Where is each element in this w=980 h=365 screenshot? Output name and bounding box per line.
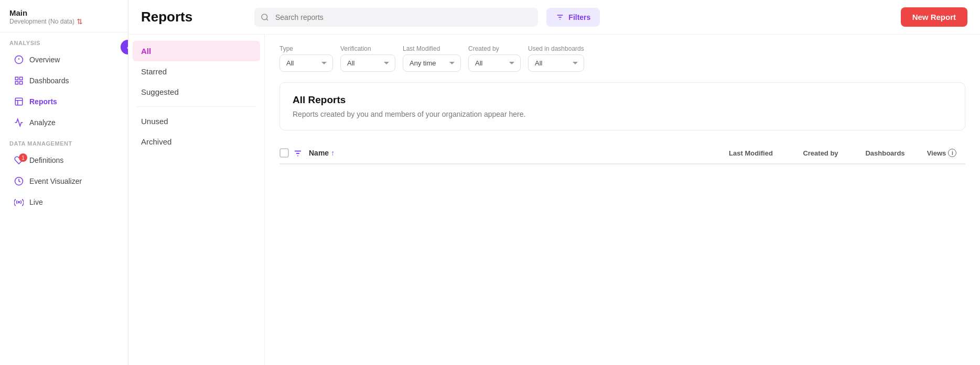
all-reports-description: Reports created by you and members of yo… (293, 110, 952, 118)
col-name-label: Name (309, 149, 329, 157)
search-input[interactable] (254, 8, 538, 27)
dashboards-icon (14, 75, 24, 86)
filter-last-modified: Last Modified Any time Today This week T… (403, 45, 461, 72)
svg-line-13 (266, 19, 268, 20)
sidebar-item-event-visualizer[interactable]: Event Visualizer (4, 171, 124, 191)
topbar: Reports Filters New Report (128, 0, 980, 35)
sidebar-item-dashboards-label: Dashboards (29, 76, 69, 85)
sidebar-item-overview[interactable]: Overview (4, 50, 124, 70)
page-title: Reports (141, 9, 246, 25)
app-subtitle: Development (No data) ⇅ (9, 17, 119, 26)
definitions-badge: 1 (19, 153, 27, 162)
content-area: All Starred Suggested Unused Archived Ty… (128, 35, 980, 365)
sidebar-item-definitions[interactable]: Definitions 1 (4, 150, 124, 170)
chevron-left-icon: ‹ (127, 43, 128, 51)
sidebar-item-definitions-label: Definitions (29, 156, 63, 164)
sidebar-item-overview-label: Overview (29, 56, 60, 64)
sidebar-item-live[interactable]: Live (4, 192, 124, 212)
filter-row: Type All Funnel Retention Trends Verific… (279, 45, 965, 72)
filter-last-modified-label: Last Modified (403, 45, 461, 52)
left-nav-item-suggested[interactable]: Suggested (128, 82, 264, 102)
sidebar-item-reports[interactable]: Reports (4, 92, 124, 112)
svg-point-11 (18, 202, 20, 203)
table-col-views[interactable]: Views i (918, 149, 965, 157)
live-icon (14, 197, 24, 207)
left-nav-divider (137, 106, 256, 107)
sidebar-item-dashboards[interactable]: Dashboards (4, 71, 124, 91)
reports-icon (14, 96, 24, 107)
sidebar-header: Main Development (No data) ⇅ (0, 0, 128, 32)
app-name: Main (9, 8, 119, 17)
sidebar-item-live-label: Live (29, 198, 43, 206)
event-visualizer-icon (14, 176, 24, 186)
svg-rect-4 (20, 77, 23, 80)
filters-label: Filters (568, 13, 590, 21)
analyze-icon (14, 117, 24, 128)
table-col-dashboards[interactable]: Dashboards (856, 149, 914, 157)
report-content: Type All Funnel Retention Trends Verific… (265, 35, 980, 365)
table-select-all-checkbox[interactable] (279, 148, 289, 158)
table-filter-icon[interactable] (293, 148, 303, 158)
table-col-last-modified[interactable]: Last Modified (717, 149, 785, 157)
main-area: Reports Filters New Report All Starred S… (128, 0, 980, 365)
left-nav-item-archived[interactable]: Archived (128, 131, 264, 152)
filter-type-select[interactable]: All Funnel Retention Trends (279, 54, 333, 72)
sidebar-item-analyze[interactable]: Analyze (4, 113, 124, 132)
filter-verification-label: Verification (340, 45, 395, 52)
sidebar-section-data-management: Data Management (0, 133, 128, 150)
left-nav-item-starred[interactable]: Starred (128, 61, 264, 82)
svg-rect-6 (20, 82, 23, 84)
filter-created-by-select[interactable]: All Me Others (468, 54, 521, 72)
sidebar-item-analyze-label: Analyze (29, 118, 56, 127)
svg-point-12 (262, 14, 267, 20)
filter-created-by-label: Created by (468, 45, 521, 52)
filter-last-modified-select[interactable]: Any time Today This week This month (403, 54, 461, 72)
filter-verification-select[interactable]: All Verified Unverified (340, 54, 395, 72)
filter-type-label: Type (279, 45, 333, 52)
search-icon (261, 13, 269, 22)
sidebar-item-reports-label: Reports (29, 97, 57, 106)
left-nav-item-all[interactable]: All (133, 41, 260, 61)
overview-icon (14, 54, 24, 65)
table-header: Name ↑ Last Modified Created by Dashboar… (279, 143, 965, 164)
search-wrapper (254, 8, 538, 27)
sort-icon: ↑ (331, 149, 335, 157)
filters-button[interactable]: Filters (546, 8, 600, 27)
filter-used-in-dashboards-label: Used in dashboards (528, 45, 584, 52)
table-col-name[interactable]: Name ↑ (309, 149, 713, 157)
sidebar-section-analysis: Analysis (0, 32, 128, 49)
table-col-created-by[interactable]: Created by (789, 149, 852, 157)
svg-rect-3 (15, 77, 18, 80)
sidebar: Main Development (No data) ⇅ ‹ Analysis … (0, 0, 128, 365)
chevron-updown-icon[interactable]: ⇅ (77, 17, 83, 26)
svg-rect-5 (15, 82, 18, 84)
views-info-icon: i (948, 149, 956, 157)
all-reports-card: All Reports Reports created by you and m… (279, 82, 965, 130)
new-report-button[interactable]: New Report (901, 7, 967, 27)
filter-used-in-dashboards: Used in dashboards All Yes No (528, 45, 584, 72)
filter-used-in-dashboards-select[interactable]: All Yes No (528, 54, 584, 72)
sidebar-item-event-visualizer-label: Event Visualizer (29, 177, 82, 185)
filter-created-by: Created by All Me Others (468, 45, 521, 72)
views-label: Views (927, 149, 946, 157)
all-reports-title: All Reports (293, 94, 952, 106)
filter-verification: Verification All Verified Unverified (340, 45, 395, 72)
filter-type: Type All Funnel Retention Trends (279, 45, 333, 72)
svg-rect-7 (15, 98, 23, 105)
left-nav: All Starred Suggested Unused Archived (128, 35, 265, 365)
left-nav-item-unused[interactable]: Unused (128, 111, 264, 131)
